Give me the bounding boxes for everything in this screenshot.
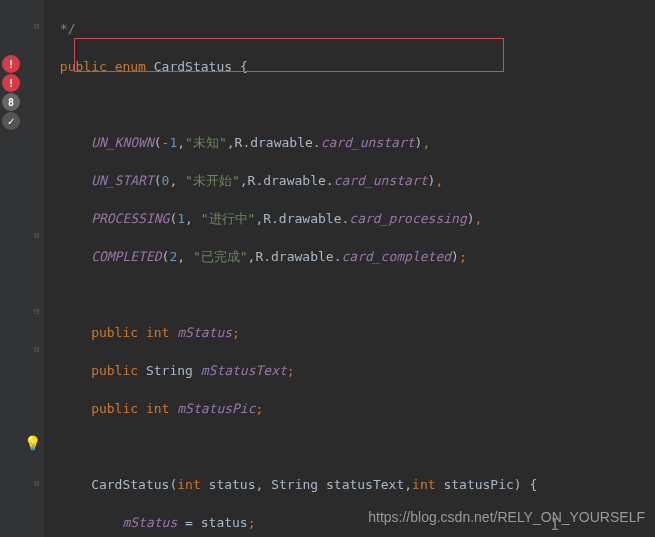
code-editor[interactable]: ! ! 8 ✓ ⊟ ⊟ ⊟ ⊟ ⊟ 💡 */ public enum CardS…: [0, 0, 655, 537]
fold-icon[interactable]: ⊟: [34, 17, 39, 36]
gutter: ! ! 8 ✓ ⊟ ⊟ ⊟ ⊟ ⊟ 💡: [0, 0, 44, 537]
fold-icon[interactable]: ⊟: [34, 226, 39, 245]
fold-icon[interactable]: ⊟: [34, 302, 39, 321]
fold-icon[interactable]: ⊟: [34, 474, 39, 493]
code-area[interactable]: */ public enum CardStatus { UN_KNOWN(-1,…: [44, 0, 655, 537]
check-icon[interactable]: ✓: [2, 112, 20, 130]
text-cursor-icon: I: [550, 515, 560, 534]
count-icon[interactable]: 8: [2, 93, 20, 111]
error-icon[interactable]: !: [2, 55, 20, 73]
intention-bulb-icon[interactable]: 💡: [24, 434, 41, 453]
fold-icon[interactable]: ⊟: [34, 340, 39, 359]
watermark: https://blog.csdn.net/RELY_ON_YOURSELF: [368, 508, 645, 527]
error-icon[interactable]: !: [2, 74, 20, 92]
